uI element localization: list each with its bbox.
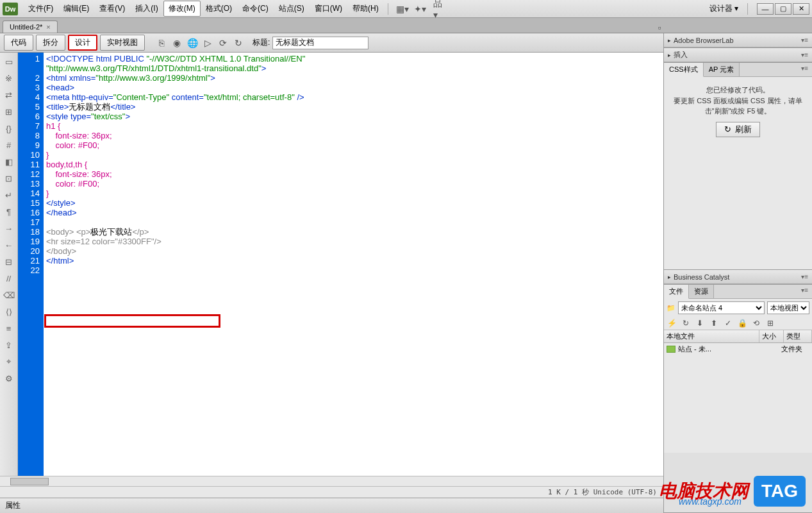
expand-files-icon[interactable]: ⊞: [765, 318, 775, 328]
options-icon[interactable]: ⚙: [4, 373, 14, 383]
code-view-button[interactable]: 代码: [4, 35, 33, 51]
document-tab[interactable]: Untitled-2* ×: [3, 21, 58, 33]
file-name: 站点 - 未...: [678, 344, 757, 354]
select-parent-icon[interactable]: ⊞: [4, 106, 14, 117]
format-icon[interactable]: ⊟: [4, 256, 14, 267]
apply-comment-icon[interactable]: //: [4, 273, 14, 283]
browser-icon[interactable]: 🌐: [186, 37, 199, 49]
design-view-button[interactable]: 设计: [68, 35, 97, 51]
view-select[interactable]: 本地视图: [767, 301, 809, 314]
insert-panel-header[interactable]: ▸插入▾≡: [664, 48, 812, 62]
wrap-tag-icon[interactable]: ⟨⟩: [4, 307, 14, 317]
put-icon[interactable]: ⬆: [709, 318, 719, 328]
menu-window[interactable]: 窗口(W): [310, 1, 347, 17]
site-folder-icon: 📁: [667, 304, 675, 312]
menu-view[interactable]: 查看(V): [94, 1, 130, 17]
site-select[interactable]: 未命名站点 4: [678, 301, 765, 314]
horizontal-scrollbar[interactable]: [0, 476, 663, 486]
line-number-gutter: 12345678910111213141516171819202122: [18, 53, 44, 476]
checkin-icon[interactable]: 🔒: [737, 318, 747, 328]
menu-format[interactable]: 格式(O): [201, 1, 237, 17]
remove-comment-icon[interactable]: ⌫: [4, 290, 14, 300]
file-type: 文件夹: [781, 344, 809, 354]
recent-snippets-icon[interactable]: ≡: [4, 323, 14, 333]
sync-icon[interactable]: ↻: [232, 37, 245, 49]
business-catalyst-header[interactable]: ▸Business Catalyst▾≡: [664, 270, 812, 284]
code-nav-icon[interactable]: ⌖: [4, 357, 14, 367]
outdent-icon[interactable]: ←: [4, 240, 14, 250]
expand-icon[interactable]: ⇄: [4, 90, 14, 100]
col-size[interactable]: 大小: [759, 330, 784, 342]
sync-files-icon[interactable]: ⟲: [751, 318, 761, 328]
extend-icon[interactable]: ✦▾: [415, 4, 426, 14]
connect-icon[interactable]: ⚡: [667, 318, 677, 328]
refresh-design-icon[interactable]: ⟳: [217, 37, 229, 49]
title-input[interactable]: [272, 37, 369, 49]
maximize-button[interactable]: ▢: [775, 3, 791, 15]
highlight-icon[interactable]: ◧: [4, 156, 14, 167]
css-message: 您已经修改了代码。 要更新 CSS 面板或编辑 CSS 属性，请单击"刷新"或按…: [664, 77, 812, 145]
line-numbers-icon[interactable]: #: [4, 140, 14, 150]
close-tab-icon[interactable]: ×: [46, 23, 50, 31]
menu-site[interactable]: 站点(S): [274, 1, 310, 17]
menu-commands[interactable]: 命令(C): [237, 1, 274, 17]
inspect-icon[interactable]: ◉: [170, 37, 183, 49]
title-label: 标题:: [253, 37, 270, 48]
collapse-icon[interactable]: ※: [4, 73, 14, 83]
close-button[interactable]: ✕: [793, 3, 809, 15]
assets-tab[interactable]: 资源: [689, 285, 714, 298]
menu-insert[interactable]: 插入(I): [130, 1, 163, 17]
file-row[interactable]: 站点 - 未... 文件夹: [664, 343, 812, 355]
refresh-icon: ↻: [724, 124, 731, 134]
document-tab-bar: Untitled-2* × ▫: [0, 18, 812, 33]
code-editor: ▭ ※ ⇄ ⊞ {} # ◧ ⊡ ↵ ¶ → ← ⊟ // ⌫ ⟨⟩ ≡ ⇪ ⌖…: [0, 53, 663, 476]
split-view-button[interactable]: 拆分: [36, 35, 65, 51]
document-tab-label: Untitled-2*: [10, 23, 42, 31]
live-view-button[interactable]: 实时视图: [100, 35, 145, 51]
minimize-button[interactable]: —: [757, 3, 774, 15]
restore-icon[interactable]: ▫: [654, 22, 665, 33]
css-styles-tab[interactable]: CSS样式: [664, 63, 704, 77]
separator: [747, 3, 748, 15]
code-toolbar: ▭ ※ ⇄ ⊞ {} # ◧ ⊡ ↵ ¶ → ← ⊟ // ⌫ ⟨⟩ ≡ ⇪ ⌖…: [0, 53, 18, 476]
get-icon[interactable]: ⬇: [695, 318, 705, 328]
hidden-chars-icon[interactable]: ¶: [4, 206, 14, 217]
checkout-icon[interactable]: ✓: [723, 318, 733, 328]
refresh-files-icon[interactable]: ↻: [681, 318, 691, 328]
properties-panel-header[interactable]: 属性: [0, 498, 663, 513]
files-tab[interactable]: 文件: [664, 285, 689, 299]
col-local-files[interactable]: 本地文件: [664, 330, 759, 342]
refresh-button[interactable]: ↻刷新: [716, 122, 760, 137]
open-documents-icon[interactable]: ▭: [4, 56, 14, 67]
status-bar: 1 K / 1 秒 Unicode (UTF-8): [0, 486, 663, 498]
files-header-row: 本地文件 大小 类型: [664, 330, 812, 343]
menu-edit[interactable]: 编辑(E): [58, 1, 94, 17]
balance-braces-icon[interactable]: {}: [4, 123, 14, 133]
menu-bar: Dw 文件(F) 编辑(E) 查看(V) 插入(I) 修改(M) 格式(O) 命…: [0, 0, 812, 18]
menu-help[interactable]: 帮助(H): [347, 1, 384, 17]
workspace-selector[interactable]: 设计器 ▾: [704, 1, 743, 17]
folder-icon: [667, 346, 675, 353]
browserlab-panel-header[interactable]: ▸Adobe BrowserLab▾≡: [664, 33, 812, 47]
layout-icon[interactable]: ▦▾: [397, 4, 408, 14]
menu-file[interactable]: 文件(F): [23, 1, 58, 17]
dreamweaver-logo: Dw: [3, 3, 18, 15]
code-text-area[interactable]: <!DOCTYPE html PUBLIC "-//W3C//DTD XHTML…: [44, 53, 663, 476]
indent-icon[interactable]: →: [4, 223, 14, 233]
ap-elements-tab[interactable]: AP 元素: [704, 63, 740, 76]
right-panel-group: ▸Adobe BrowserLab▾≡ ▸插入▾≡ CSS样式 AP 元素 ▾≡…: [663, 33, 812, 513]
separator: [388, 3, 388, 15]
syntax-icon[interactable]: ⊡: [4, 173, 14, 183]
view-toolbar: 代码 拆分 设计 实时视图 ⎘ ◉ 🌐 ▷ ⟳ ↻ 标题:: [0, 33, 663, 53]
menu-modify[interactable]: 修改(M): [163, 1, 201, 17]
site-icon[interactable]: 品▾: [433, 4, 443, 14]
move-css-icon[interactable]: ⇪: [4, 340, 14, 350]
col-type[interactable]: 类型: [784, 330, 812, 342]
live-code-icon[interactable]: ⎘: [155, 37, 168, 49]
word-wrap-icon[interactable]: ↵: [4, 190, 14, 200]
preview-icon[interactable]: ▷: [201, 37, 214, 49]
